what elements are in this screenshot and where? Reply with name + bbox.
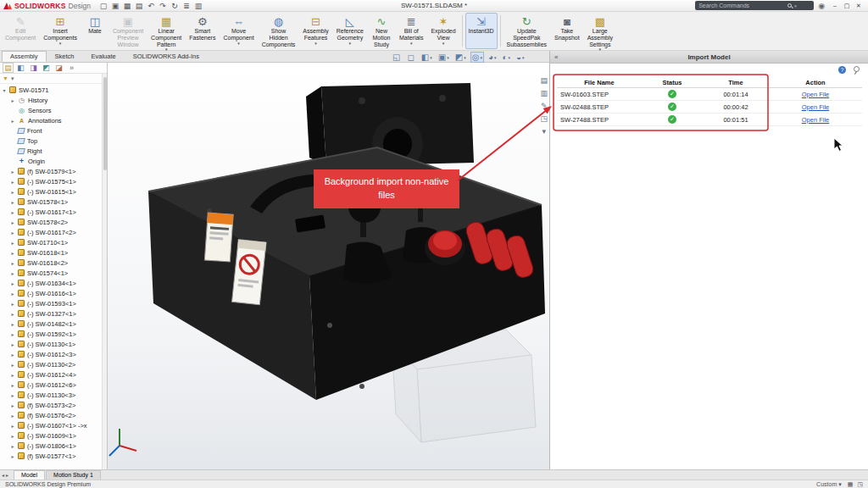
rebuild-icon[interactable]: ↻ xyxy=(170,2,179,10)
ribbon-button[interactable]: ⊞ Insert Components ▾ xyxy=(40,13,81,49)
tree-item[interactable]: ▸ (-) SW-01612<6> xyxy=(0,380,107,390)
open-file-icon[interactable]: ▣ xyxy=(111,2,120,10)
dropdown-caret-icon[interactable]: ▾ xyxy=(59,42,62,46)
expander-icon[interactable]: ▸ xyxy=(10,260,15,266)
close-button[interactable]: ✕ xyxy=(853,3,865,9)
tree-item[interactable]: ▸ History xyxy=(0,95,107,105)
hud-button[interactable]: ◩ ▾ xyxy=(454,53,467,62)
ribbon-button[interactable]: ◺ Reference Geometry ▾ xyxy=(333,13,367,49)
tree-item[interactable]: ▸ SW-01710<1> xyxy=(0,237,107,247)
dropdown-caret-icon[interactable]: ▾ xyxy=(447,55,449,60)
propertymanager-tab-icon[interactable]: ◧ xyxy=(16,64,25,72)
open-file-link[interactable]: Open File xyxy=(769,103,862,111)
tree-item[interactable]: ▸ (-) SW-01327<1> xyxy=(0,308,107,319)
tree-item[interactable]: ▸ (-) SW-01806<1> xyxy=(0,441,107,451)
expander-icon[interactable]: ▸ xyxy=(10,413,15,419)
ribbon-button[interactable]: ◙ Take Snapshot xyxy=(551,13,583,49)
markup-icon[interactable]: ✎ xyxy=(541,102,548,110)
tree-item[interactable]: ▸ (-) SW-01592<1> xyxy=(0,329,107,339)
user-account-icon[interactable]: ◉ xyxy=(818,2,825,10)
commandmanager-tab[interactable]: Evaluate xyxy=(82,51,124,62)
ribbon-button[interactable]: ↻ Update SpeedPak Subassemblies xyxy=(504,13,550,49)
tree-item[interactable]: ▸ (-) SW-01593<1> xyxy=(0,298,107,308)
search-input[interactable] xyxy=(698,3,785,8)
ribbon-button[interactable]: ▣ Component Preview Window xyxy=(109,13,147,49)
dropdown-caret-icon[interactable]: ▾ xyxy=(464,55,466,60)
viewport-3d-model[interactable] xyxy=(108,63,549,469)
options-icon[interactable]: ≣ xyxy=(182,2,191,10)
expander-icon[interactable]: ▸ xyxy=(10,209,15,215)
dropdown-caret-icon[interactable]: ▾ xyxy=(237,42,240,46)
tree-item[interactable]: ▸ SW-01578<1> xyxy=(0,197,107,207)
dropdown-caret-icon[interactable]: ▾ xyxy=(430,55,432,60)
expander-icon[interactable]: ▸ xyxy=(10,97,15,103)
tree-item[interactable]: ▸ (-) SW-01130<2> xyxy=(0,359,107,369)
tab-scroll-left-icon[interactable]: ◂ xyxy=(2,472,4,478)
ribbon-button[interactable]: ✎ Edit Component xyxy=(2,13,39,49)
dropdown-caret-icon[interactable]: ▾ xyxy=(314,42,317,46)
hud-button[interactable]: ◕ ▾ xyxy=(487,53,498,62)
ribbon-button[interactable]: ▩ Large Assembly Settings ▾ xyxy=(584,13,616,49)
expander-icon[interactable]: ▸ xyxy=(10,352,15,358)
expander-icon[interactable]: ▸ xyxy=(10,321,15,327)
tree-item[interactable]: ▸ (f) SW-01579<1> xyxy=(0,166,107,176)
expander-icon[interactable]: ▸ xyxy=(10,270,15,276)
expander-icon[interactable]: ▸ xyxy=(10,199,15,205)
expander-icon[interactable]: ▸ xyxy=(10,453,15,459)
expander-icon[interactable]: ▸ xyxy=(10,280,15,286)
tree-item[interactable]: ▸ (-) SW-01130<3> xyxy=(0,390,107,400)
commandmanager-tab[interactable]: SOLIDWORKS Add-Ins xyxy=(125,51,208,62)
expander-icon[interactable]: ▸ xyxy=(10,372,15,378)
ribbon-button[interactable]: ◫ Mate xyxy=(81,13,108,49)
maximize-button[interactable]: ▢ xyxy=(841,3,853,9)
expander-icon[interactable]: ▸ xyxy=(10,331,15,337)
tab-overflow-icon[interactable]: » xyxy=(67,64,76,72)
expander-icon[interactable]: ▸ xyxy=(10,179,15,185)
expander-icon[interactable]: ▸ xyxy=(10,423,15,429)
ribbon-button[interactable]: ⇔ Move Component ▾ xyxy=(220,13,257,49)
expander-icon[interactable]: ▸ xyxy=(10,189,15,195)
hud-button[interactable]: ◐ ▾ xyxy=(501,53,511,62)
featuremanager-tab-icon[interactable]: ▤ xyxy=(3,64,13,72)
expander-icon[interactable]: ▸ xyxy=(10,240,15,246)
hud-button[interactable]: ◒ ▾ xyxy=(515,53,526,62)
graphics-viewport[interactable]: Background import non-native files ▤▥✎◳▾ xyxy=(108,63,549,469)
ribbon-button[interactable]: ⚙ Smart Fasteners xyxy=(186,13,219,49)
tree-item[interactable]: ▸ (-) SW-01575<1> xyxy=(0,176,107,186)
expander-icon[interactable]: ▸ xyxy=(10,169,15,175)
open-file-link[interactable]: Open File xyxy=(769,91,862,98)
ribbon-button[interactable]: ⇲ Instant3D xyxy=(465,13,498,49)
tree-item[interactable]: ▸ (-) SW-01612<3> xyxy=(0,349,107,359)
dimxpertmanager-tab-icon[interactable]: ◩ xyxy=(42,64,51,72)
tab-scroll-right-icon[interactable]: ▸ xyxy=(6,472,8,478)
tree-scrollbar[interactable] xyxy=(102,74,107,469)
units-icon[interactable]: ◳ xyxy=(857,481,863,488)
expander-icon[interactable]: ▸ xyxy=(10,402,15,408)
save-icon[interactable]: ▦ xyxy=(123,2,131,10)
expander-icon[interactable]: ▸ xyxy=(10,341,15,347)
tree-item[interactable]: ▸ SW-01618<2> xyxy=(0,258,107,268)
expander-icon[interactable]: ▸ xyxy=(10,250,15,256)
search-commands-box[interactable]: ▾ xyxy=(695,1,814,10)
custom-view-selector[interactable]: Custom ▾ xyxy=(816,481,842,488)
ribbon-button[interactable]: ∿ New Motion Study xyxy=(368,13,395,49)
expander-icon[interactable]: ▸ xyxy=(10,433,15,439)
ribbon-button[interactable]: ⊟ Assembly Features ▾ xyxy=(299,13,331,49)
expander-icon[interactable]: ▸ xyxy=(10,230,15,236)
collapse-task-pane-icon[interactable]: « xyxy=(554,53,558,61)
redo-icon[interactable]: ↷ xyxy=(159,2,167,10)
tree-item[interactable]: ▸ SW-01578<2> xyxy=(0,217,107,227)
print-icon[interactable]: ▤ xyxy=(135,2,143,10)
tree-item[interactable]: Top xyxy=(0,136,107,146)
expander-icon[interactable]: ▸ xyxy=(10,118,15,124)
dropdown-caret-icon[interactable]: ▾ xyxy=(480,55,482,60)
tree-item[interactable]: ▸ (-) SW-01130<1> xyxy=(0,339,107,349)
minimize-button[interactable]: – xyxy=(829,3,841,9)
filter-caret-icon[interactable]: ▾ xyxy=(11,75,14,82)
tree-item[interactable]: ▸ (f) SW-01576<2> xyxy=(0,410,107,420)
expander-icon[interactable]: ▾ xyxy=(2,87,7,93)
tree-item[interactable]: ▸ (-) SW-01617<2> xyxy=(0,227,107,237)
viewport-comment-icon[interactable]: ▥ xyxy=(540,89,548,97)
open-file-link[interactable]: Open File xyxy=(769,116,862,124)
scrollbar-thumb[interactable] xyxy=(103,77,107,170)
